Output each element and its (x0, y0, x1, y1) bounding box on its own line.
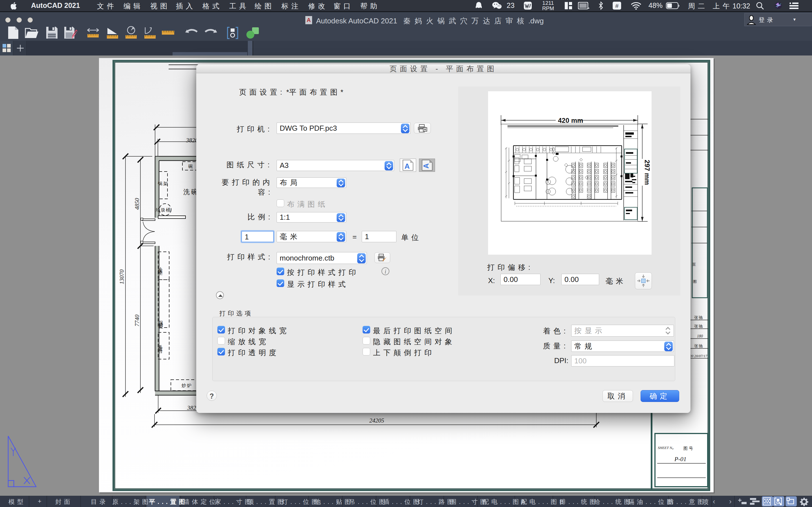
svg-text:7740: 7740 (134, 315, 140, 327)
svg-text:至: 至 (692, 262, 696, 267)
svg-text:碗: 碗 (188, 164, 193, 169)
svg-text:P-01: P-01 (674, 455, 687, 462)
svg-text:297 mm: 297 mm (644, 160, 651, 185)
svg-text:张驰: 张驰 (694, 324, 703, 328)
svg-text:#: # (615, 3, 619, 9)
svg-text:SHEET No: SHEET No (658, 446, 673, 450)
svg-text:A: A (422, 163, 430, 168)
svg-text:420 mm: 420 mm (558, 117, 583, 124)
svg-text:垃圾桶: 垃圾桶 (155, 208, 171, 212)
svg-text:4850: 4850 (134, 198, 140, 210)
svg-text:20 20/07/17: 20 20/07/17 (690, 354, 707, 358)
svg-text:13070: 13070 (118, 269, 125, 284)
svg-text:张驰: 张驰 (694, 315, 703, 320)
svg-text:锅架: 锅架 (158, 181, 168, 186)
svg-text:图号: 图号 (683, 446, 694, 451)
svg-text:24205: 24205 (369, 417, 384, 424)
svg-text:张驰: 张驰 (694, 344, 703, 348)
svg-text:A: A (405, 162, 410, 170)
svg-text:180: 180 (697, 334, 703, 338)
svg-text:炒炉: 炒炉 (181, 383, 192, 388)
svg-text:图: 图 (693, 279, 697, 284)
